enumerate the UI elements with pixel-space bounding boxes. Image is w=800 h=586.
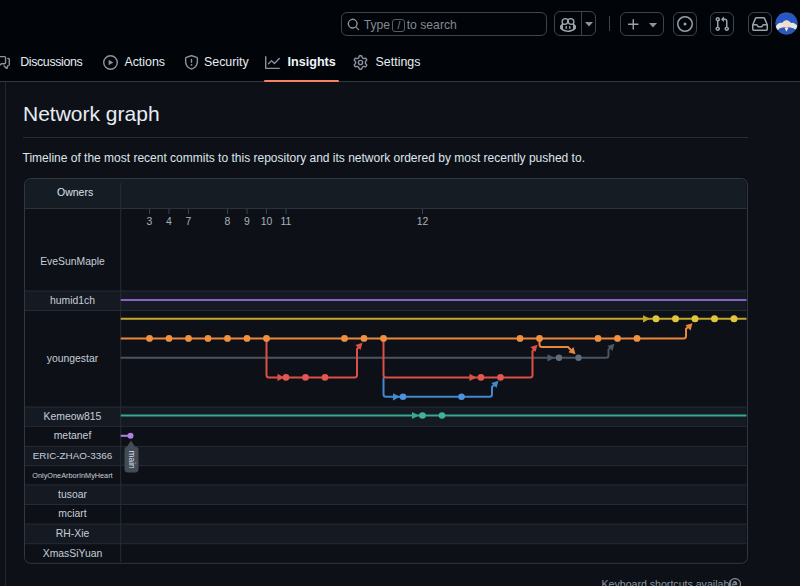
svg-text:ERIC-ZHAO-3366: ERIC-ZHAO-3366 [33,450,113,461]
svg-text:9: 9 [244,216,250,227]
svg-text:7: 7 [186,216,192,227]
svg-text:12: 12 [417,216,429,227]
svg-text:EveSunMaple: EveSunMaple [40,256,105,267]
svg-text:humid1ch: humid1ch [50,295,95,306]
svg-text:4: 4 [166,216,172,227]
svg-text:Kemeow815: Kemeow815 [44,411,102,422]
svg-text:RH-Xie: RH-Xie [56,528,90,539]
svg-text:youngestar: youngestar [47,353,99,364]
svg-text:mciart: mciart [58,508,86,519]
svg-text:11: 11 [281,216,292,227]
svg-text:3: 3 [147,216,153,227]
svg-text:main: main [127,451,137,469]
svg-text:XmasSiYuan: XmasSiYuan [43,548,103,559]
svg-text:8: 8 [225,216,231,227]
svg-text:tusoar: tusoar [58,489,87,500]
svg-text:10: 10 [261,216,273,227]
svg-text:OnlyOneArborInMyHeart: OnlyOneArborInMyHeart [32,471,112,480]
svg-text:Owners: Owners [57,186,93,198]
svg-text:metanef: metanef [54,430,92,441]
